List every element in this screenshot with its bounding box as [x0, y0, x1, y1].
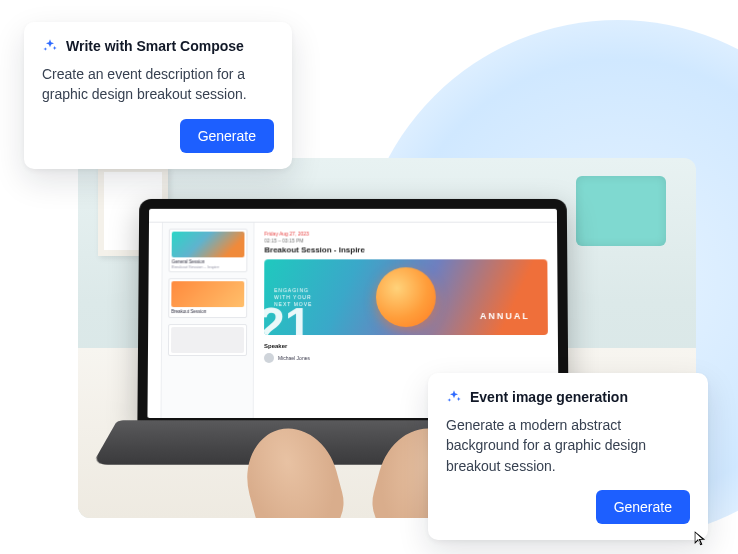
image-prompt-text: Generate a modern abstract background fo… — [446, 415, 690, 476]
hero-banner-word: ANNUAL — [480, 311, 530, 321]
app-topbar — [149, 209, 557, 223]
session-thumbnail[interactable] — [168, 324, 247, 356]
sparkle-icon — [446, 389, 462, 405]
thumbnail-image — [172, 232, 245, 258]
session-title: Breakout Session - Inspire — [264, 245, 547, 254]
mouse-cursor-icon — [694, 530, 708, 548]
thumbnail-title: Breakout Session — [171, 309, 244, 314]
speaker-avatar — [264, 353, 274, 363]
session-time: 02:15 – 03:15 PM — [264, 238, 547, 244]
image-card-title: Event image generation — [470, 389, 628, 405]
app-left-rail — [147, 223, 162, 418]
thumbnail-subtitle: Breakout Session – Inspire — [172, 265, 245, 270]
thumbnail-image — [171, 282, 244, 308]
speaker-heading: Speaker — [264, 343, 548, 349]
session-hero-image: 21 ENGAGING WITH YOUR NEXT MOVE ANNUAL — [264, 259, 548, 335]
session-date: Friday Aug 27, 2023 — [264, 231, 547, 237]
sparkle-icon — [42, 38, 58, 54]
image-generate-button[interactable]: Generate — [596, 490, 690, 524]
compose-card-title: Write with Smart Compose — [66, 38, 244, 54]
speaker-row: Michael Jones — [264, 353, 548, 363]
session-thumbnail-list: General Session Breakout Session – Inspi… — [161, 223, 254, 418]
speaker-name: Michael Jones — [278, 355, 310, 361]
compose-prompt-text: Create an event description for a graphi… — [42, 64, 274, 105]
compose-generate-button[interactable]: Generate — [180, 119, 274, 153]
session-thumbnail[interactable]: General Session Breakout Session – Inspi… — [169, 229, 248, 273]
image-generation-card: Event image generation Generate a modern… — [428, 373, 708, 540]
hero-tagline: ENGAGING WITH YOUR NEXT MOVE — [274, 287, 312, 308]
hero-orb — [376, 267, 436, 327]
thumbnail-image — [171, 327, 244, 353]
session-thumbnail[interactable]: Breakout Session — [168, 279, 247, 318]
smart-compose-card: Write with Smart Compose Create an event… — [24, 22, 292, 169]
mint-storage-box — [576, 176, 666, 246]
